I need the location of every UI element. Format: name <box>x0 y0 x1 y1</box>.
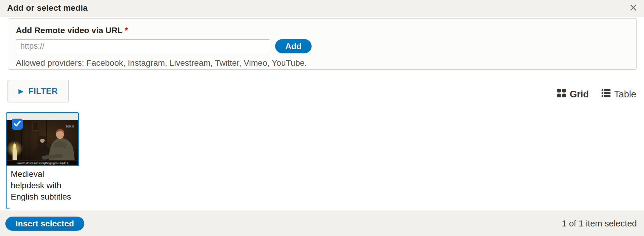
media-library-dialog: Add or select media Add Remote video via… <box>0 0 644 236</box>
close-button[interactable] <box>628 3 639 13</box>
dialog-title: Add or select media <box>7 3 88 13</box>
dialog-body: Add Remote video via URL* Add Allowed pr… <box>0 17 644 211</box>
subtitle-text: Now it's closed and everything's gone in… <box>17 162 69 165</box>
add-remote-video-fieldset: Add Remote video via URL* Add Allowed pr… <box>8 18 637 70</box>
dialog-header: Add or select media <box>0 0 644 16</box>
view-toggles: Grid Table <box>557 88 637 100</box>
media-select-checkbox[interactable] <box>12 119 23 130</box>
filter-label: FILTER <box>28 86 58 96</box>
toolbar-row: ▶ FILTER Grid Table <box>7 80 637 102</box>
media-item-card[interactable]: NRK Now it's closed and everything's gon… <box>6 112 79 209</box>
grid-view-label: Grid <box>570 89 589 100</box>
table-view-label: Table <box>614 89 636 100</box>
insert-selected-button[interactable]: Insert selected <box>5 217 84 231</box>
remote-video-url-input[interactable] <box>16 39 270 53</box>
table-view-toggle[interactable]: Table <box>601 88 636 100</box>
required-marker: * <box>125 26 128 35</box>
url-field-label: Add Remote video via URL <box>16 26 123 35</box>
selected-outline-left <box>6 114 7 209</box>
allowed-providers-text: Allowed providers: Facebook, Instagram, … <box>16 58 629 68</box>
url-input-row: Add <box>16 39 629 53</box>
selected-outline-corner <box>6 208 10 209</box>
table-view-icon <box>601 88 611 100</box>
close-icon <box>630 4 637 12</box>
broadcaster-watermark: NRK <box>66 124 75 128</box>
selection-status: 1 of 1 item selected <box>562 219 637 229</box>
grid-view-toggle[interactable]: Grid <box>557 88 589 100</box>
grid-view-icon <box>557 88 566 100</box>
add-button[interactable]: Add <box>275 39 312 53</box>
filter-toggle-button[interactable]: ▶ FILTER <box>7 80 69 102</box>
media-grid: NRK Now it's closed and everything's gon… <box>6 112 637 209</box>
field-label-row: Add Remote video via URL* <box>16 26 629 35</box>
checkmark-icon <box>13 120 21 128</box>
chevron-right-icon: ▶ <box>19 88 23 95</box>
dialog-footer: Insert selected 1 of 1 item selected <box>0 211 644 236</box>
media-item-title: Medieval helpdesk with English subtitles <box>6 165 79 209</box>
